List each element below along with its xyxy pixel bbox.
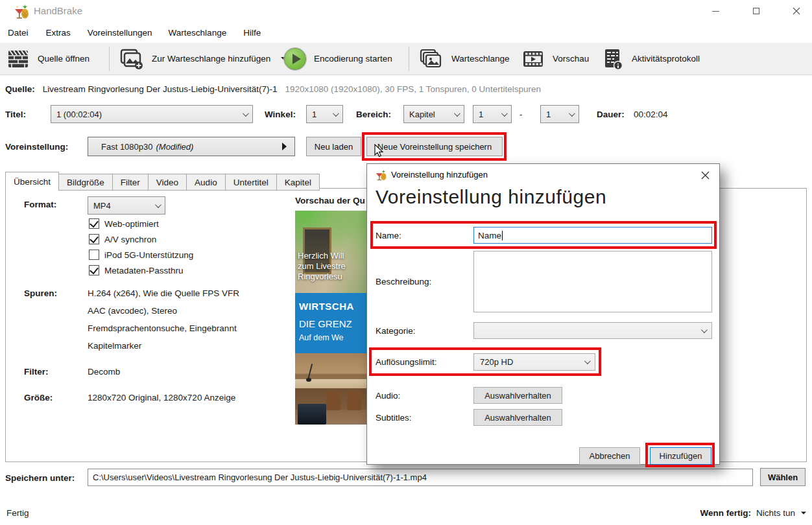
chevron-down-icon (701, 327, 708, 333)
laptop (298, 404, 326, 425)
spuren-line: Fremdsprachentonsuche, Eingebrannt (88, 323, 237, 333)
dialog-title: Voreinstellung hinzufügen (391, 170, 488, 180)
menu-datei[interactable]: Datei (1, 25, 35, 41)
start-encode-button[interactable]: Encodierung starten (279, 43, 398, 75)
format-combobox[interactable]: MP4 (88, 196, 165, 215)
tab-bildgroesse[interactable]: Bildgröße (58, 174, 113, 191)
source-name: Livestream Ringvorlesung Der Justus-Lieb… (43, 84, 278, 94)
chevron-down-icon (243, 110, 249, 117)
preset-value: Fast 1080p30 (101, 142, 153, 152)
preview-button[interactable]: Vorschau (516, 43, 594, 75)
range-from-combobox[interactable]: 1 (473, 105, 512, 123)
winkel-value: 1 (312, 110, 333, 119)
titel-label: Titel: (5, 110, 26, 119)
clapperboard-icon (6, 47, 30, 71)
range-dash: - (519, 110, 523, 119)
start-encode-label: Encodierung starten (314, 54, 392, 64)
range-to-value: 1 (546, 110, 569, 119)
groesse-label: Größe: (24, 393, 53, 402)
name-input[interactable]: Name (473, 227, 712, 244)
audio-selection-button[interactable]: Auswahlverhalten (473, 387, 562, 404)
titlebar: HandBrake (0, 0, 812, 23)
activity-log-button[interactable]: Aktivitätsprotokoll (597, 43, 705, 75)
start-encode-play-icon (284, 48, 306, 70)
activity-log-label: Aktivitätsprotokoll (632, 54, 700, 64)
destination-path-input[interactable]: C:\Users\user\Videos\Livestream Ringvorl… (88, 469, 753, 486)
window-title: HandBrake (34, 5, 82, 16)
kategorie-combobox[interactable] (473, 322, 712, 339)
minimize-button[interactable] (700, 0, 730, 22)
queue-button[interactable]: Warteschlange (414, 43, 515, 75)
menu-extras[interactable]: Extras (40, 25, 77, 41)
beschreibung-label: Beschreibung: (376, 277, 431, 286)
preview-banner: WIRTSCHA DIE GRENZ Auf dem We (295, 293, 366, 353)
toolbar-separator (109, 47, 110, 71)
add-preset-dialog: Voreinstellung hinzufügen Voreinstellung… (366, 163, 720, 465)
reload-preset-button[interactable]: Neu laden (306, 137, 361, 156)
save-new-preset-button[interactable]: Neue Voreinstellung speichern (366, 137, 503, 156)
preview-heading: Vorschau der Qu (295, 196, 365, 205)
chevron-down-icon (569, 110, 575, 117)
filter-value: Decomb (88, 367, 120, 377)
aufloesungslimit-combobox[interactable]: 720p HD (473, 353, 595, 371)
menu-warteschlange[interactable]: Warteschlange (162, 25, 233, 41)
checkbox-av-synchron[interactable]: A/V synchron (89, 234, 156, 244)
tab-strip: Übersicht Bildgröße Filter Video Audio U… (5, 172, 319, 191)
chevron-down-icon (801, 512, 806, 515)
activity-log-icon (602, 47, 624, 71)
source-details: 1920x1080 (1920x1080), 30 FPS, 1 Tonspur… (285, 84, 541, 94)
bereich-combobox[interactable]: Kapitel (403, 105, 464, 123)
menu-voreinstellungen[interactable]: Voreinstellungen (81, 25, 159, 41)
add-to-queue-button[interactable]: Zur Warteschlange hinzufügen (114, 43, 293, 75)
subtitles-selection-button[interactable]: Auswahlverhalten (473, 409, 562, 426)
checkbox-ipod[interactable]: iPod 5G-Unterstützung (89, 250, 193, 260)
choose-destination-button[interactable]: Wählen (760, 468, 806, 486)
source-label: Quelle: (5, 84, 35, 94)
tab-untertitel[interactable]: Untertitel (225, 174, 277, 191)
name-label: Name: (376, 231, 401, 240)
queue-label: Warteschlange (451, 54, 510, 64)
add-button[interactable]: Hinzufügen (650, 447, 711, 465)
range-from-value: 1 (479, 110, 501, 119)
menu-hilfe[interactable]: Hilfe (237, 25, 267, 41)
text-caret (502, 231, 503, 240)
cancel-button[interactable]: Abbrechen (579, 447, 640, 465)
audio-label: Audio: (376, 391, 400, 401)
when-done-label: Wenn fertig: (700, 508, 751, 518)
spuren-label: Spuren: (24, 288, 57, 298)
checkbox-label: iPod 5G-Unterstützung (104, 250, 193, 260)
close-icon (701, 171, 710, 180)
beschreibung-textarea[interactable] (473, 251, 712, 312)
checkbox-metadaten[interactable]: Metadaten-Passthru (89, 265, 184, 275)
tab-filter[interactable]: Filter (112, 174, 149, 191)
handbrake-app-icon (14, 5, 30, 20)
tab-uebersicht[interactable]: Übersicht (5, 172, 59, 191)
tab-kapitel[interactable]: Kapitel (276, 174, 320, 191)
tab-video[interactable]: Video (148, 174, 187, 191)
dialog-close-button[interactable] (696, 168, 714, 182)
close-icon (793, 7, 800, 15)
preset-selector[interactable]: Fast 1080p30 (Modified) (88, 137, 295, 156)
subtitles-label: Subtitles: (376, 413, 412, 423)
tab-audio[interactable]: Audio (186, 174, 226, 191)
preview-overlay-text: Herzlich Will zum Livestre Ringvorlesu (298, 251, 346, 282)
chevron-down-icon (501, 110, 508, 117)
menubar: Datei Extras Voreinstellungen Warteschla… (0, 23, 812, 42)
when-done-control[interactable]: Wenn fertig: Nichts tun (700, 508, 807, 518)
range-to-combobox[interactable]: 1 (540, 105, 579, 123)
open-source-button[interactable]: Quelle öffnen (1, 43, 95, 75)
checkbox-icon (89, 250, 99, 260)
preview-label: Vorschau (553, 54, 589, 64)
close-button[interactable] (782, 0, 811, 22)
checkbox-web-optimiert[interactable]: Web-optimiert (89, 218, 159, 229)
preview-icon (521, 49, 545, 69)
format-label: Format: (24, 200, 56, 209)
filter-label: Filter: (24, 367, 49, 377)
chevron-down-icon (454, 110, 460, 117)
source-preview-image: Herzlich Will zum Livestre Ringvorlesu W… (295, 211, 366, 425)
preview-scene-bottom (295, 353, 366, 425)
titel-combobox[interactable]: 1 (00:02:04) (51, 105, 253, 123)
handbrake-app-icon (376, 170, 387, 181)
winkel-combobox[interactable]: 1 (306, 105, 343, 123)
maximize-button[interactable] (741, 0, 771, 22)
